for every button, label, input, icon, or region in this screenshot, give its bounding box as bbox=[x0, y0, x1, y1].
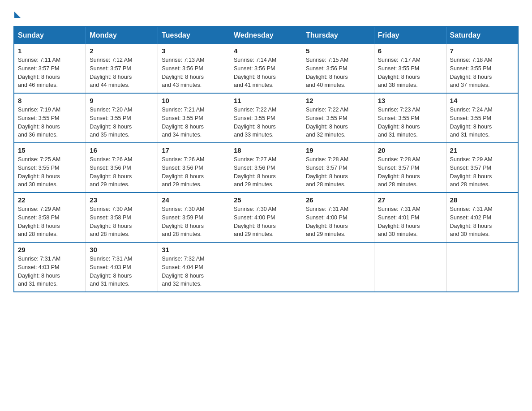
page-header bbox=[13, 9, 519, 18]
calendar-day-header: Tuesday bbox=[158, 26, 230, 44]
day-info: Sunrise: 7:31 AM Sunset: 4:03 PM Dayligh… bbox=[90, 255, 154, 288]
day-info: Sunrise: 7:31 AM Sunset: 4:03 PM Dayligh… bbox=[18, 255, 82, 288]
day-info: Sunrise: 7:26 AM Sunset: 3:56 PM Dayligh… bbox=[90, 155, 154, 189]
calendar-day-cell: 23 Sunrise: 7:30 AM Sunset: 3:58 PM Dayl… bbox=[86, 193, 158, 242]
day-number: 15 bbox=[18, 146, 82, 154]
day-info: Sunrise: 7:18 AM Sunset: 3:55 PM Dayligh… bbox=[450, 56, 514, 90]
day-number: 30 bbox=[90, 246, 154, 253]
day-number: 25 bbox=[234, 196, 298, 204]
calendar-day-cell: 25 Sunrise: 7:30 AM Sunset: 4:00 PM Dayl… bbox=[230, 193, 302, 242]
day-info: Sunrise: 7:24 AM Sunset: 3:55 PM Dayligh… bbox=[450, 106, 514, 139]
calendar-day-cell: 10 Sunrise: 7:21 AM Sunset: 3:55 PM Dayl… bbox=[158, 93, 230, 143]
day-info: Sunrise: 7:11 AM Sunset: 3:57 PM Dayligh… bbox=[18, 56, 82, 90]
day-number: 5 bbox=[306, 47, 370, 55]
day-info: Sunrise: 7:30 AM Sunset: 3:58 PM Dayligh… bbox=[90, 205, 154, 239]
calendar-day-cell: 3 Sunrise: 7:13 AM Sunset: 3:56 PM Dayli… bbox=[158, 44, 230, 93]
day-number: 31 bbox=[162, 246, 226, 253]
day-info: Sunrise: 7:22 AM Sunset: 3:55 PM Dayligh… bbox=[234, 106, 298, 139]
day-info: Sunrise: 7:19 AM Sunset: 3:55 PM Dayligh… bbox=[18, 106, 82, 139]
day-number: 12 bbox=[306, 97, 370, 104]
day-number: 11 bbox=[234, 97, 298, 104]
calendar-day-header: Monday bbox=[86, 26, 158, 44]
calendar-day-cell: 8 Sunrise: 7:19 AM Sunset: 3:55 PM Dayli… bbox=[14, 93, 86, 143]
day-info: Sunrise: 7:20 AM Sunset: 3:55 PM Dayligh… bbox=[90, 106, 154, 139]
day-number: 16 bbox=[90, 146, 154, 154]
day-number: 23 bbox=[90, 196, 154, 204]
calendar-day-header: Sunday bbox=[14, 26, 86, 44]
day-info: Sunrise: 7:23 AM Sunset: 3:55 PM Dayligh… bbox=[378, 106, 442, 139]
day-number: 10 bbox=[162, 97, 226, 104]
day-info: Sunrise: 7:29 AM Sunset: 3:57 PM Dayligh… bbox=[450, 155, 514, 189]
calendar-day-cell: 22 Sunrise: 7:29 AM Sunset: 3:58 PM Dayl… bbox=[14, 193, 86, 242]
logo bbox=[13, 9, 21, 18]
day-info: Sunrise: 7:31 AM Sunset: 4:01 PM Dayligh… bbox=[378, 205, 442, 239]
day-number: 7 bbox=[450, 47, 514, 55]
day-number: 26 bbox=[306, 196, 370, 204]
day-info: Sunrise: 7:17 AM Sunset: 3:55 PM Dayligh… bbox=[378, 56, 442, 90]
calendar-day-cell: 9 Sunrise: 7:20 AM Sunset: 3:55 PM Dayli… bbox=[86, 93, 158, 143]
day-info: Sunrise: 7:14 AM Sunset: 3:56 PM Dayligh… bbox=[234, 56, 298, 90]
calendar-day-cell: 28 Sunrise: 7:31 AM Sunset: 4:02 PM Dayl… bbox=[446, 193, 518, 242]
day-info: Sunrise: 7:26 AM Sunset: 3:56 PM Dayligh… bbox=[162, 155, 226, 189]
day-number: 28 bbox=[450, 196, 514, 204]
day-info: Sunrise: 7:28 AM Sunset: 3:57 PM Dayligh… bbox=[306, 155, 370, 189]
day-info: Sunrise: 7:32 AM Sunset: 4:04 PM Dayligh… bbox=[162, 255, 226, 288]
day-number: 6 bbox=[378, 47, 442, 55]
day-info: Sunrise: 7:30 AM Sunset: 4:00 PM Dayligh… bbox=[234, 205, 298, 239]
calendar-day-cell: 14 Sunrise: 7:24 AM Sunset: 3:55 PM Dayl… bbox=[446, 93, 518, 143]
calendar-day-cell: 11 Sunrise: 7:22 AM Sunset: 3:55 PM Dayl… bbox=[230, 93, 302, 143]
calendar-day-cell: 15 Sunrise: 7:25 AM Sunset: 3:55 PM Dayl… bbox=[14, 143, 86, 193]
calendar-day-cell: 5 Sunrise: 7:15 AM Sunset: 3:56 PM Dayli… bbox=[302, 44, 374, 93]
calendar-day-header: Thursday bbox=[302, 26, 374, 44]
calendar-day-cell: 31 Sunrise: 7:32 AM Sunset: 4:04 PM Dayl… bbox=[158, 242, 230, 292]
day-number: 13 bbox=[378, 97, 442, 104]
day-number: 8 bbox=[18, 97, 82, 104]
calendar-day-cell: 7 Sunrise: 7:18 AM Sunset: 3:55 PM Dayli… bbox=[446, 44, 518, 93]
calendar-day-cell: 27 Sunrise: 7:31 AM Sunset: 4:01 PM Dayl… bbox=[374, 193, 446, 242]
calendar-day-cell: 24 Sunrise: 7:30 AM Sunset: 3:59 PM Dayl… bbox=[158, 193, 230, 242]
day-number: 29 bbox=[18, 246, 82, 253]
calendar-day-cell: 21 Sunrise: 7:29 AM Sunset: 3:57 PM Dayl… bbox=[446, 143, 518, 193]
calendar-day-header: Wednesday bbox=[230, 26, 302, 44]
calendar-day-cell: 29 Sunrise: 7:31 AM Sunset: 4:03 PM Dayl… bbox=[14, 242, 86, 292]
day-number: 22 bbox=[18, 196, 82, 204]
calendar-day-cell bbox=[446, 242, 518, 292]
day-info: Sunrise: 7:22 AM Sunset: 3:55 PM Dayligh… bbox=[306, 106, 370, 139]
day-info: Sunrise: 7:31 AM Sunset: 4:00 PM Dayligh… bbox=[306, 205, 370, 239]
day-info: Sunrise: 7:27 AM Sunset: 3:56 PM Dayligh… bbox=[234, 155, 298, 189]
calendar-day-cell bbox=[374, 242, 446, 292]
calendar-week-row: 29 Sunrise: 7:31 AM Sunset: 4:03 PM Dayl… bbox=[14, 242, 518, 292]
day-number: 9 bbox=[90, 97, 154, 104]
calendar-day-cell: 16 Sunrise: 7:26 AM Sunset: 3:56 PM Dayl… bbox=[86, 143, 158, 193]
day-info: Sunrise: 7:25 AM Sunset: 3:55 PM Dayligh… bbox=[18, 155, 82, 189]
day-number: 18 bbox=[234, 146, 298, 154]
day-number: 24 bbox=[162, 196, 226, 204]
calendar-day-cell: 2 Sunrise: 7:12 AM Sunset: 3:57 PM Dayli… bbox=[86, 44, 158, 93]
calendar-week-row: 1 Sunrise: 7:11 AM Sunset: 3:57 PM Dayli… bbox=[14, 44, 518, 93]
day-info: Sunrise: 7:30 AM Sunset: 3:59 PM Dayligh… bbox=[162, 205, 226, 239]
calendar-day-cell bbox=[230, 242, 302, 292]
calendar-day-header: Saturday bbox=[446, 26, 518, 44]
calendar-day-cell: 13 Sunrise: 7:23 AM Sunset: 3:55 PM Dayl… bbox=[374, 93, 446, 143]
day-info: Sunrise: 7:29 AM Sunset: 3:58 PM Dayligh… bbox=[18, 205, 82, 239]
logo-arrow-icon bbox=[14, 12, 21, 18]
calendar-day-cell: 4 Sunrise: 7:14 AM Sunset: 3:56 PM Dayli… bbox=[230, 44, 302, 93]
calendar-week-row: 8 Sunrise: 7:19 AM Sunset: 3:55 PM Dayli… bbox=[14, 93, 518, 143]
day-info: Sunrise: 7:21 AM Sunset: 3:55 PM Dayligh… bbox=[162, 106, 226, 139]
calendar-week-row: 22 Sunrise: 7:29 AM Sunset: 3:58 PM Dayl… bbox=[14, 193, 518, 242]
calendar-day-header: Friday bbox=[374, 26, 446, 44]
calendar-table: SundayMondayTuesdayWednesdayThursdayFrid… bbox=[13, 26, 519, 292]
day-info: Sunrise: 7:31 AM Sunset: 4:02 PM Dayligh… bbox=[450, 205, 514, 239]
day-number: 14 bbox=[450, 97, 514, 104]
day-number: 4 bbox=[234, 47, 298, 55]
calendar-day-cell: 20 Sunrise: 7:28 AM Sunset: 3:57 PM Dayl… bbox=[374, 143, 446, 193]
day-number: 2 bbox=[90, 47, 154, 55]
day-number: 27 bbox=[378, 196, 442, 204]
calendar-day-cell: 12 Sunrise: 7:22 AM Sunset: 3:55 PM Dayl… bbox=[302, 93, 374, 143]
day-number: 3 bbox=[162, 47, 226, 55]
calendar-day-cell: 30 Sunrise: 7:31 AM Sunset: 4:03 PM Dayl… bbox=[86, 242, 158, 292]
day-number: 21 bbox=[450, 146, 514, 154]
calendar-day-cell: 19 Sunrise: 7:28 AM Sunset: 3:57 PM Dayl… bbox=[302, 143, 374, 193]
day-info: Sunrise: 7:15 AM Sunset: 3:56 PM Dayligh… bbox=[306, 56, 370, 90]
day-number: 20 bbox=[378, 146, 442, 154]
